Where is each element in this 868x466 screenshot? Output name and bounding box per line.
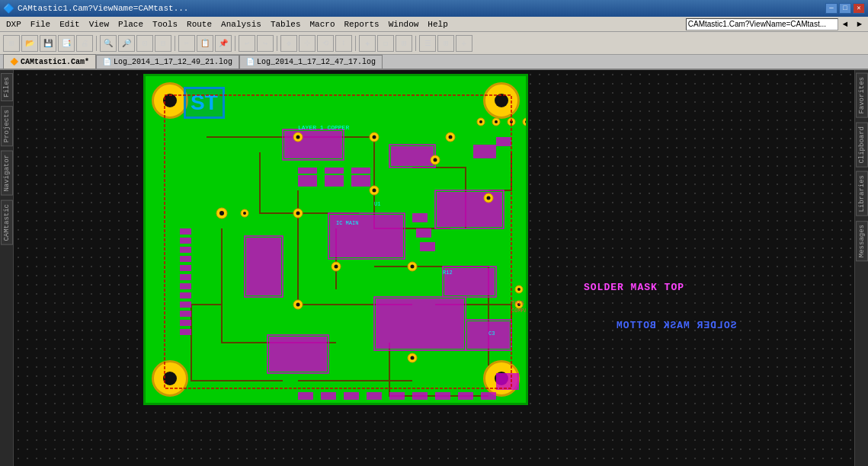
svg-text:IC MAIN: IC MAIN	[336, 220, 358, 226]
titlebar-left: 🔷 CAMtastic1.Cam?ViewName=CAMtast...	[3, 3, 188, 14]
svg-rect-44	[367, 392, 382, 400]
svg-rect-10	[391, 146, 434, 166]
tab-cam[interactable]: 🔶 CAMtastic1.Cam*	[3, 54, 96, 69]
panel-navigator[interactable]: Navigator	[1, 151, 13, 196]
tab-log1[interactable]: 📄 Log_2014_1_17_12_49_21.log	[96, 55, 239, 69]
copy-button[interactable]: 📋	[197, 35, 213, 52]
svg-rect-30	[180, 238, 191, 244]
menu-route[interactable]: Route	[182, 19, 216, 30]
net-button[interactable]: ⊞	[396, 35, 412, 52]
open-button[interactable]: 📂	[21, 35, 38, 52]
rotate-button[interactable]: ⟲	[317, 35, 334, 52]
zoom-in-button[interactable]: 🔍	[100, 35, 117, 52]
panel-favorites[interactable]: Favorites	[856, 73, 868, 118]
svg-rect-56	[496, 373, 519, 390]
redo-button[interactable]: ↪	[257, 35, 274, 52]
undo-button[interactable]: ↩	[239, 35, 255, 52]
save-all-button[interactable]: 📑	[58, 35, 75, 52]
svg-point-90	[296, 212, 300, 215]
svg-rect-49	[481, 392, 496, 400]
search-input[interactable]	[686, 18, 838, 30]
svg-point-94	[434, 158, 437, 162]
svg-rect-29	[180, 228, 191, 235]
svg-rect-31	[180, 247, 191, 253]
nav-fwd[interactable]: ►	[852, 19, 866, 30]
svg-rect-21	[473, 145, 496, 158]
svg-rect-26	[298, 168, 317, 174]
svg-text:COMPANY NAME: COMPANY NAME	[511, 308, 526, 314]
sep1	[96, 36, 97, 51]
svg-point-93	[487, 196, 491, 200]
sep4	[277, 36, 277, 51]
menu-tools[interactable]: Tools	[148, 19, 182, 30]
grid-button[interactable]: ⊞	[437, 35, 454, 52]
panel-files[interactable]: Files	[1, 73, 13, 101]
flip-button[interactable]: ↕	[335, 35, 352, 52]
svg-rect-28	[351, 168, 370, 174]
select-button[interactable]: ⊹	[299, 35, 315, 52]
layer-button[interactable]: ☰	[419, 35, 436, 52]
svg-point-103	[411, 356, 415, 360]
svg-point-87	[373, 136, 376, 139]
svg-rect-9	[284, 131, 342, 158]
svg-rect-47	[435, 392, 450, 400]
paste-button[interactable]: 📌	[215, 35, 232, 52]
add-button[interactable]: ✚	[359, 35, 376, 52]
zoom-fit-button[interactable]: ⊡	[136, 35, 153, 52]
menu-place[interactable]: Place	[114, 19, 148, 30]
titlebar-right: ─ □ ✕	[825, 3, 865, 14]
panel-clipboard[interactable]: Clipboard	[856, 123, 868, 168]
svg-rect-16	[246, 238, 281, 295]
panel-projects[interactable]: Projects	[1, 106, 13, 146]
menu-window[interactable]: Window	[384, 19, 424, 30]
cut-button[interactable]: ✂	[178, 35, 195, 52]
maximize-button[interactable]: □	[839, 3, 851, 14]
svg-text:LAYER 1 COPPER: LAYER 1 COPPER	[298, 124, 349, 131]
svg-rect-36	[180, 292, 191, 298]
close-button[interactable]: ✕	[853, 3, 865, 14]
menu-file[interactable]: File	[26, 19, 55, 30]
svg-rect-34	[180, 274, 191, 280]
svg-rect-20	[420, 242, 435, 251]
menu-edit[interactable]: Edit	[55, 19, 84, 30]
panel-libraries[interactable]: Libraries	[856, 171, 868, 216]
menu-analysis[interactable]: Analysis	[216, 19, 266, 30]
svg-point-91	[411, 265, 415, 269]
save-button[interactable]: 💾	[40, 35, 56, 52]
canvas-area[interactable]: SILKSCREEN TOP LAYER TOP LAYER BOTTOM SO…	[14, 70, 854, 466]
svg-rect-37	[180, 302, 191, 308]
svg-rect-25	[351, 175, 370, 187]
svg-rect-40	[180, 329, 191, 335]
tab-log2[interactable]: 📄 Log_2014_1_17_12_47_17.log	[239, 55, 383, 69]
svg-rect-32	[180, 256, 191, 262]
menu-tables[interactable]: Tables	[266, 19, 306, 30]
panel-messages[interactable]: Messages	[856, 221, 868, 261]
snap-button[interactable]: ✛	[456, 35, 472, 52]
minimize-button[interactable]: ─	[825, 3, 838, 14]
nav-back[interactable]: ◄	[838, 19, 853, 30]
print-button[interactable]: 🖨	[76, 35, 93, 52]
zoom-out-button[interactable]: 🔎	[118, 35, 135, 52]
sep3	[235, 36, 235, 51]
svg-point-107	[495, 120, 498, 123]
svg-point-106	[479, 120, 482, 123]
panel-camtastic[interactable]: CAMtastic	[1, 200, 13, 245]
tab-log1-label: Log_2014_1_17_12_49_21.log	[114, 58, 232, 66]
svg-point-86	[296, 136, 300, 139]
pan-button[interactable]: ✥	[280, 35, 297, 52]
svg-rect-27	[325, 168, 344, 174]
menu-view[interactable]: View	[85, 19, 114, 30]
svg-rect-38	[180, 311, 191, 317]
svg-text:U1: U1	[374, 201, 380, 207]
menu-dxp[interactable]: DXP	[2, 19, 26, 30]
menu-macro[interactable]: Macro	[306, 19, 340, 30]
new-button[interactable]: ⊞	[3, 35, 20, 52]
label-solder-mask-bottom: SOLDER MASK BOTTOM	[616, 320, 736, 331]
svg-text:THIS BOARD TOP INFORMATION: THIS BOARD TOP INFORMATION	[511, 300, 526, 306]
rect-button[interactable]: ◻	[377, 35, 394, 52]
toolbar: ⊞ 📂 💾 📑 🖨 🔍 🔎 ⊡ ⊟ ✂ 📋 📌 ↩ ↪ ✥ ⊹ ⟲ ↕ ✚ ◻ …	[0, 32, 868, 55]
zoom-area-button[interactable]: ⊟	[155, 35, 171, 52]
svg-point-92	[335, 265, 338, 269]
menu-reports[interactable]: Reports	[340, 19, 384, 30]
menu-help[interactable]: Help	[423, 19, 452, 30]
